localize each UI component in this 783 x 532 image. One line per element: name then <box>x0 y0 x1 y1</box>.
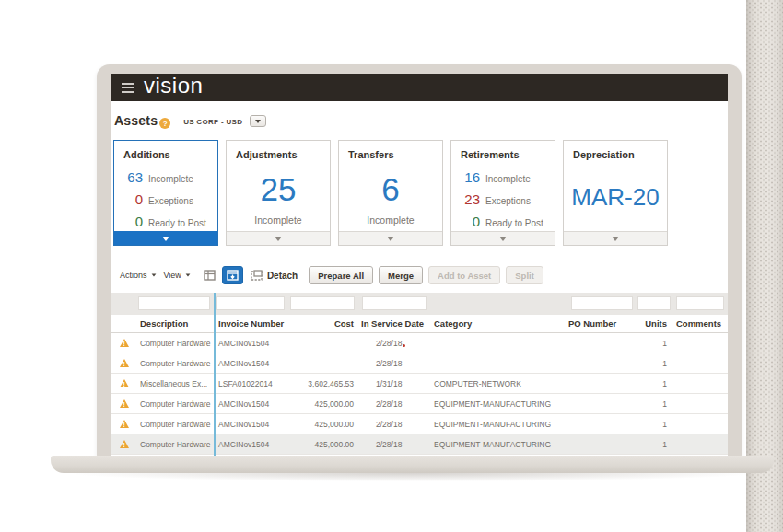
laptop-base <box>51 456 774 473</box>
add-to-asset-button[interactable]: Add to Asset <box>428 266 500 284</box>
card-additions[interactable]: Additions 63Incomplete 0Exceptions 0Read… <box>113 140 218 246</box>
detach-control[interactable]: Detach <box>251 270 298 281</box>
chevron-down-icon <box>275 237 282 241</box>
table-header-row: Description Invoice Number Cost In Servi… <box>111 315 728 333</box>
card-adjustments[interactable]: Adjustments 25 Incomplete <box>226 140 331 246</box>
chevron-down-icon <box>151 273 156 276</box>
card-retirements[interactable]: Retirements 16Incomplete 23Exceptions 0R… <box>450 140 555 246</box>
card-expand-button[interactable] <box>564 231 667 245</box>
split-button[interactable]: Split <box>506 266 543 284</box>
prepare-all-button[interactable]: Prepare All <box>309 266 373 284</box>
chevron-down-icon <box>499 237 507 241</box>
warning-icon <box>120 420 129 428</box>
warning-icon <box>120 359 129 367</box>
app-header: vision <box>111 74 728 101</box>
merge-button[interactable]: Merge <box>379 266 423 284</box>
context-selector-label: US CORP - USD <box>183 116 242 126</box>
stat-incomplete: 16Incomplete <box>451 169 555 185</box>
filter-date-input[interactable] <box>362 296 427 310</box>
warning-icon <box>120 440 129 448</box>
hamburger-icon[interactable] <box>122 83 134 93</box>
title-bar: Assets ? US CORP - USD <box>111 101 728 131</box>
card-expand-button[interactable] <box>114 231 217 245</box>
laptop-frame: vision Assets ? US CORP - USD Additions … <box>97 64 742 457</box>
stat-exceptions: 23Exceptions <box>451 191 555 207</box>
card-count-label: Incomplete <box>227 214 330 226</box>
stat-ready: 0Ready to Post <box>451 214 555 229</box>
col-description[interactable]: Description <box>135 318 214 329</box>
table-toolbar: Actions View Detach Prepare All Merge Ad… <box>120 265 728 285</box>
table-row[interactable]: Miscellaneous Ex... LSFA01022014 3,602,4… <box>111 374 728 394</box>
filter-invoice-input[interactable] <box>216 296 285 310</box>
card-count-label: Incomplete <box>339 214 442 226</box>
table-row[interactable]: Computer Hardware AMCINov1504 2/28/18 1 <box>111 333 728 353</box>
warning-icon <box>120 339 129 347</box>
card-expand-button[interactable] <box>339 231 442 245</box>
col-comments[interactable]: Comments <box>669 318 722 329</box>
filter-cost-input[interactable] <box>290 296 355 310</box>
table-row[interactable]: Computer Hardware AMCINov1504 2/28/18 1 <box>111 353 728 374</box>
filter-po-input[interactable] <box>571 296 633 310</box>
card-depreciation[interactable]: Depreciation MAR-20 <box>563 140 668 246</box>
stat-exceptions: 0Exceptions <box>114 191 217 207</box>
table-row[interactable]: Computer Hardware AMCINov1504 425,000.00… <box>111 394 728 414</box>
col-units[interactable]: Units <box>636 318 669 329</box>
filter-row <box>111 293 728 315</box>
card-count: 6 <box>339 171 442 208</box>
page-title: Assets <box>114 113 158 128</box>
card-title: Retirements <box>451 141 555 160</box>
stat-ready: 0Ready to Post <box>114 214 217 229</box>
filter-comments-input[interactable] <box>676 296 724 310</box>
card-title: Additions <box>114 141 217 160</box>
chevron-down-icon <box>612 237 619 241</box>
context-dropdown-button[interactable] <box>250 115 266 127</box>
query-by-example-button[interactable] <box>222 266 243 284</box>
chevron-down-icon <box>255 120 261 123</box>
col-po[interactable]: PO Number <box>564 318 636 329</box>
notebook-edge-decoration <box>746 0 783 532</box>
freeze-columns-icon[interactable] <box>204 270 216 282</box>
page: vision Assets ? US CORP - USD Additions … <box>0 0 783 532</box>
card-period: MAR-20 <box>564 183 667 212</box>
detach-icon <box>251 270 263 281</box>
warning-icon <box>120 399 129 408</box>
brand-logo: vision <box>144 75 203 97</box>
table-row[interactable]: Computer Hardware AMCINov1504 425,000.00… <box>111 414 728 434</box>
card-title: Transfers <box>339 141 442 160</box>
warning-icon <box>120 379 129 387</box>
card-expand-button[interactable] <box>227 231 330 245</box>
card-transfers[interactable]: Transfers 6 Incomplete <box>338 140 443 246</box>
filter-units-input[interactable] <box>637 296 671 310</box>
col-category[interactable]: Category <box>429 318 564 329</box>
actions-menu[interactable]: Actions <box>120 271 157 280</box>
card-count: 25 <box>227 171 330 208</box>
stat-incomplete: 63Incomplete <box>114 169 217 185</box>
table-row[interactable]: Computer Hardware AMCINov1504 425,000.00… <box>111 434 728 455</box>
help-icon[interactable]: ? <box>159 118 170 129</box>
col-invoice[interactable]: Invoice Number <box>214 318 286 329</box>
card-title: Adjustments <box>227 141 330 160</box>
col-cost[interactable]: Cost <box>286 318 356 329</box>
view-menu[interactable]: View <box>164 271 191 280</box>
frozen-column-divider[interactable] <box>214 293 216 457</box>
card-title: Depreciation <box>564 141 667 160</box>
chevron-down-icon <box>387 237 394 241</box>
chevron-down-icon <box>185 273 190 276</box>
app-screen: vision Assets ? US CORP - USD Additions … <box>111 74 728 457</box>
card-expand-button[interactable] <box>451 231 555 245</box>
assets-table: Description Invoice Number Cost In Servi… <box>111 293 728 455</box>
col-date[interactable]: In Service Date <box>356 318 429 329</box>
required-marker <box>403 344 405 347</box>
chevron-down-icon <box>162 237 169 241</box>
infotile-row: Additions 63Incomplete 0Exceptions 0Read… <box>111 131 728 246</box>
filter-description-input[interactable] <box>138 296 210 310</box>
